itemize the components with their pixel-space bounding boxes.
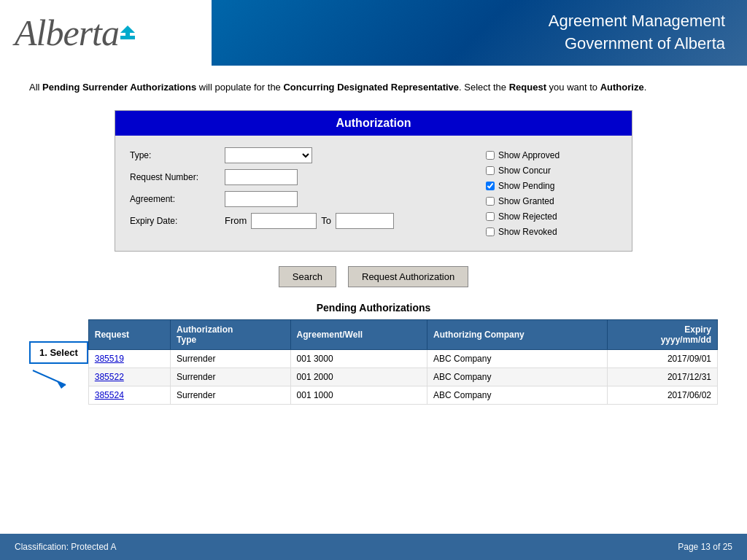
request-cell[interactable]: 385524 bbox=[88, 386, 170, 404]
action-buttons: Search Request Authorization bbox=[29, 266, 718, 287]
col-header-agreement-well: Agreement/Well bbox=[290, 319, 427, 349]
svg-line-3 bbox=[33, 370, 66, 385]
authorizing-company-cell: ABC Company bbox=[427, 349, 608, 368]
auth-type-cell: Surrender bbox=[171, 386, 291, 404]
show-pending-checkbox[interactable] bbox=[486, 182, 495, 190]
show-pending-row: Show Pending bbox=[486, 181, 617, 191]
pending-title: Pending Authorizations bbox=[29, 302, 718, 314]
show-granted-row: Show Granted bbox=[486, 196, 617, 206]
classification-label: Classification: Protected A bbox=[15, 542, 116, 552]
table-header-row: Request AuthorizationType Agreement/Well… bbox=[88, 319, 717, 349]
table-row: 385522Surrender001 2000ABC Company2017/1… bbox=[88, 368, 717, 386]
expiry-row: Expiry Date: From To bbox=[130, 213, 471, 229]
show-approved-checkbox[interactable] bbox=[486, 151, 495, 160]
table-row: 385519Surrender001 3000ABC Company2017/0… bbox=[88, 349, 717, 368]
show-concur-checkbox[interactable] bbox=[486, 166, 495, 175]
show-concur-row: Show Concur bbox=[486, 166, 617, 176]
auth-type-cell: Surrender bbox=[171, 349, 291, 368]
page-info: Page 13 of 25 bbox=[678, 542, 732, 552]
col-header-authorizing-company: Authorizing Company bbox=[427, 319, 608, 349]
table-row: 385524Surrender001 1000ABC Company2017/0… bbox=[88, 386, 717, 404]
show-granted-checkbox[interactable] bbox=[486, 197, 495, 206]
agreement-input[interactable] bbox=[225, 191, 298, 207]
expiry-to-input[interactable] bbox=[336, 213, 394, 229]
pending-table: Request AuthorizationType Agreement/Well… bbox=[88, 319, 718, 405]
intro-paragraph: All Pending Surrender Authorizations wil… bbox=[29, 80, 718, 96]
col-header-expiry: Expiryyyyy/mm/dd bbox=[608, 319, 718, 349]
agreement-well-cell: 001 2000 bbox=[290, 368, 427, 386]
expiry-date-label: Expiry Date: bbox=[130, 216, 225, 226]
header: Alberta Agreement Management Government … bbox=[0, 0, 747, 66]
show-pending-label: Show Pending bbox=[498, 181, 554, 191]
bold-pending: Pending Surrender Authorizations bbox=[42, 82, 196, 93]
logo-area: Alberta bbox=[0, 0, 212, 66]
type-label: Type: bbox=[130, 150, 225, 160]
authorizing-company-cell: ABC Company bbox=[427, 386, 608, 404]
show-rejected-checkbox[interactable] bbox=[486, 212, 495, 221]
expiry-cell: 2017/06/02 bbox=[608, 386, 718, 404]
expiry-cell: 2017/09/01 bbox=[608, 349, 718, 368]
callout-wrapper: 1. Select Request AuthorizationTy bbox=[29, 319, 718, 405]
authorization-panel: Authorization Type: Request Number: Agre… bbox=[115, 110, 632, 252]
select-callout: 1. Select bbox=[29, 341, 88, 364]
pending-section: Pending Authorizations 1. Select bbox=[29, 302, 718, 405]
show-revoked-row: Show Revoked bbox=[486, 227, 617, 237]
show-revoked-checkbox[interactable] bbox=[486, 228, 495, 236]
main-content: All Pending Surrender Authorizations wil… bbox=[0, 66, 747, 419]
footer: Classification: Protected A Page 13 of 2… bbox=[0, 534, 747, 560]
from-label: From bbox=[225, 215, 247, 226]
bold-concurring: Concurring Designated Representative bbox=[283, 82, 459, 93]
search-button[interactable]: Search bbox=[279, 266, 336, 287]
bold-request: Request bbox=[509, 82, 546, 93]
expiry-cell: 2017/12/31 bbox=[608, 368, 718, 386]
agreement-label: Agreement: bbox=[130, 194, 225, 204]
bold-authorize: Authorize bbox=[600, 82, 644, 93]
request-number-label: Request Number: bbox=[130, 172, 225, 182]
show-concur-label: Show Concur bbox=[498, 166, 551, 176]
agreement-well-cell: 001 1000 bbox=[290, 386, 427, 404]
type-row: Type: bbox=[130, 147, 471, 163]
show-revoked-label: Show Revoked bbox=[498, 227, 557, 237]
auth-panel-body: Type: Request Number: Agreement: Expiry … bbox=[115, 136, 632, 251]
request-number-row: Request Number: bbox=[130, 169, 471, 185]
show-approved-label: Show Approved bbox=[498, 150, 560, 160]
crown-icon bbox=[120, 26, 135, 44]
auth-type-cell: Surrender bbox=[171, 368, 291, 386]
show-rejected-row: Show Rejected bbox=[486, 211, 617, 222]
request-cell[interactable]: 385522 bbox=[88, 368, 170, 386]
authorizing-company-cell: ABC Company bbox=[427, 368, 608, 386]
agreement-row: Agreement: bbox=[130, 191, 471, 207]
svg-marker-1 bbox=[120, 26, 135, 33]
to-label: To bbox=[321, 215, 331, 226]
request-number-input[interactable] bbox=[225, 169, 298, 185]
show-approved-row: Show Approved bbox=[486, 150, 617, 160]
pending-table-wrapper: Request AuthorizationType Agreement/Well… bbox=[88, 319, 718, 405]
request-authorization-button[interactable]: Request Authorization bbox=[348, 266, 468, 287]
callout-arrow-icon bbox=[29, 367, 73, 389]
header-title: Agreement Management Government of Alber… bbox=[549, 10, 725, 55]
show-rejected-label: Show Rejected bbox=[498, 211, 557, 222]
expiry-from-input[interactable] bbox=[251, 213, 317, 229]
type-select[interactable] bbox=[225, 147, 312, 163]
header-title-area: Agreement Management Government of Alber… bbox=[212, 0, 747, 66]
auth-panel-header: Authorization bbox=[115, 111, 632, 136]
auth-form-right: Show Approved Show Concur Show Pending S… bbox=[486, 147, 617, 239]
col-header-request: Request bbox=[88, 319, 170, 349]
col-header-auth-type: AuthorizationType bbox=[171, 319, 291, 349]
agreement-well-cell: 001 3000 bbox=[290, 349, 427, 368]
logo-text: Alberta bbox=[15, 12, 119, 54]
svg-rect-2 bbox=[125, 33, 130, 36]
show-granted-label: Show Granted bbox=[498, 196, 554, 206]
svg-rect-0 bbox=[120, 36, 135, 39]
auth-form-left: Type: Request Number: Agreement: Expiry … bbox=[130, 147, 471, 239]
expiry-inputs: From To bbox=[225, 213, 394, 229]
request-cell[interactable]: 385519 bbox=[88, 349, 170, 368]
